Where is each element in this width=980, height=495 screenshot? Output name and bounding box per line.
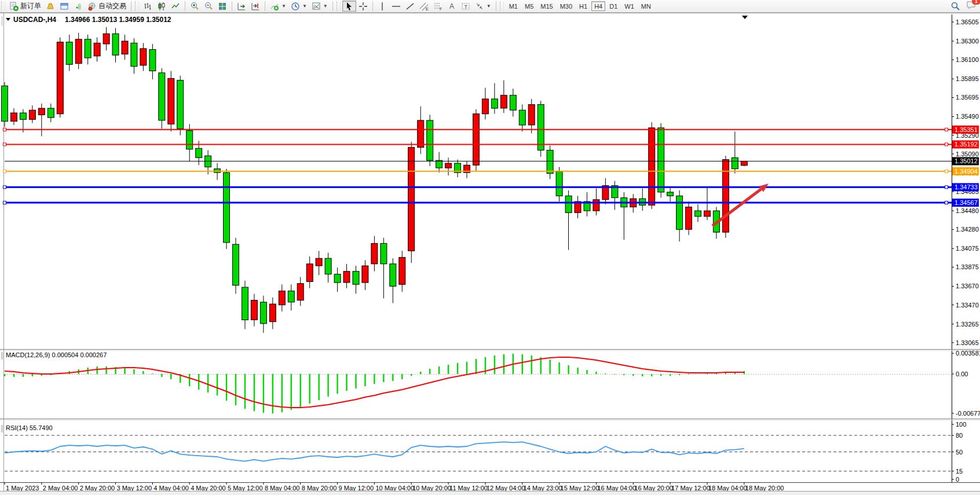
candle: [75, 39, 82, 64]
signals-button[interactable]: [71, 1, 85, 12]
price-tick-label: 1.34480: [956, 207, 979, 214]
timeframe-m15[interactable]: M15: [537, 1, 555, 11]
timeframe-d1[interactable]: D1: [606, 1, 620, 11]
toolbar-grip[interactable]: [337, 2, 341, 11]
auto-scroll-button[interactable]: [235, 1, 248, 12]
candle: [11, 113, 17, 122]
candle: [686, 207, 692, 230]
candle: [565, 196, 572, 212]
toolbar-grip[interactable]: [1, 2, 5, 11]
timeframe-w1[interactable]: W1: [621, 1, 637, 11]
fibonacci-icon: F: [433, 2, 443, 11]
indicators-button[interactable]: ▼: [268, 1, 288, 12]
data-window-button[interactable]: [57, 1, 71, 12]
line-handle[interactable]: [3, 128, 6, 131]
channel-button[interactable]: E: [417, 1, 431, 12]
price-level-badge: 1.35192: [955, 141, 978, 148]
shapes-button[interactable]: ▼: [473, 1, 493, 12]
chart-shift-icon: [251, 2, 260, 11]
candle: [500, 95, 507, 108]
vertical-line-button[interactable]: [375, 1, 389, 12]
time-tick-label: 4 May 04:00: [153, 485, 189, 492]
toolbar-grip[interactable]: [500, 2, 504, 11]
line-handle[interactable]: [3, 170, 6, 173]
periods-button[interactable]: ▼: [288, 1, 309, 12]
timeframe-h4[interactable]: H4: [591, 1, 605, 11]
tile-windows-button[interactable]: [215, 1, 229, 12]
candle: [297, 284, 303, 300]
price-tick-label: 1.34075: [956, 245, 979, 252]
chart-title: USDCAD-,H4: [13, 16, 56, 24]
line-handle[interactable]: [3, 143, 6, 146]
time-tick-label: 12 May 04:00: [487, 485, 525, 492]
candle: [695, 211, 701, 217]
timeframe-mn[interactable]: MN: [638, 1, 654, 11]
candle: [38, 108, 45, 115]
toolbar-grip[interactable]: [135, 2, 139, 11]
bar-chart-button[interactable]: [141, 1, 155, 12]
zoom-out-button[interactable]: [202, 1, 215, 12]
candle-chart-button[interactable]: [155, 1, 169, 12]
toolbar: 新订单 自动交易: [0, 0, 980, 13]
timeframe-m1[interactable]: M1: [506, 1, 521, 11]
cursor-button[interactable]: [342, 1, 356, 12]
line-handle[interactable]: [945, 186, 948, 189]
candle: [269, 304, 276, 322]
templates-button[interactable]: ▼: [309, 1, 330, 12]
text-icon: A: [447, 2, 456, 11]
price-tick-label: 1.33265: [956, 321, 979, 328]
line-handle[interactable]: [945, 170, 948, 173]
auto-trading-button[interactable]: 自动交易: [85, 1, 129, 12]
trendline-button[interactable]: [403, 1, 417, 12]
price-tick-label: 1.35090: [956, 151, 979, 157]
chart-canvas[interactable]: 1.365051.363001.361001.358951.356951.354…: [0, 13, 980, 495]
horizontal-line-button[interactable]: [389, 1, 403, 12]
indicators-icon: [270, 2, 279, 11]
svg-text:F: F: [440, 7, 442, 11]
label-button[interactable]: T: [459, 1, 473, 12]
trendline-icon: [405, 2, 415, 11]
status-strip: [0, 492, 980, 495]
text-button[interactable]: A: [445, 1, 459, 12]
candle: [196, 148, 202, 157]
line-handle[interactable]: [945, 128, 948, 131]
timeframe-m30[interactable]: M30: [557, 1, 575, 11]
candle: [381, 243, 387, 263]
chart-shift-button[interactable]: [248, 1, 262, 12]
timeframe-h1[interactable]: H1: [576, 1, 590, 11]
candle: [316, 258, 322, 266]
line-chart-button[interactable]: [169, 1, 182, 12]
line-handle[interactable]: [3, 201, 6, 204]
price-tick-label: 1.35895: [956, 75, 979, 82]
candle: [149, 50, 156, 71]
price-tick-label: 1.33670: [956, 283, 979, 289]
candle: [334, 274, 341, 283]
time-tick-label: 1 May 2023: [6, 485, 39, 492]
chat-button[interactable]: 1: [966, 1, 977, 12]
time-tick-label: 18 May 04:00: [708, 485, 747, 492]
timeframe-m5[interactable]: M5: [522, 1, 536, 11]
line-handle[interactable]: [945, 143, 948, 146]
candle: [704, 211, 711, 217]
candle: [408, 148, 415, 251]
toolbar-right-group: 1: [948, 1, 977, 12]
crosshair-button[interactable]: [356, 1, 370, 12]
fibonacci-button[interactable]: F: [431, 1, 445, 12]
market-button[interactable]: [43, 1, 57, 12]
search-button[interactable]: [948, 1, 963, 12]
candle: [66, 42, 72, 65]
candle: [251, 300, 257, 320]
price-tick-label: 1.36100: [956, 56, 979, 63]
new-order-button[interactable]: 新订单: [7, 1, 43, 12]
candle: [677, 196, 683, 229]
dropdown-caret: ▼: [323, 3, 328, 9]
candle: [2, 86, 8, 121]
candle: [649, 128, 655, 206]
candle: [233, 244, 239, 285]
candlestick-icon: [157, 2, 166, 11]
gold-seal-icon: [46, 2, 55, 11]
candle: [436, 160, 443, 168]
line-handle[interactable]: [945, 201, 948, 204]
line-handle[interactable]: [3, 186, 6, 189]
zoom-in-button[interactable]: [188, 1, 202, 12]
